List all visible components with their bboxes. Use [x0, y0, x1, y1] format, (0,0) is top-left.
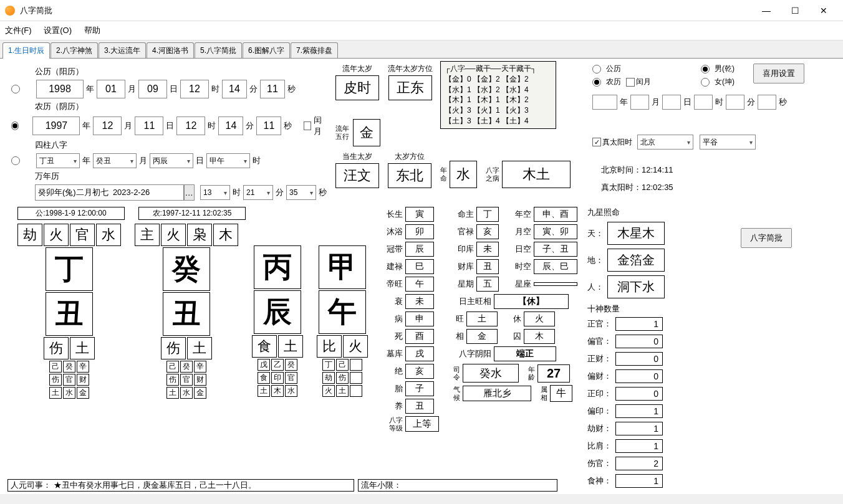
twelve-衰: 未	[405, 294, 434, 309]
ln-taisui-label: 流年太岁	[335, 64, 379, 74]
right-panel: 公历 农历 闰月 男(乾) 女(坤) 喜用设置 年 月 日 时 分 秒 真太阳时…	[592, 64, 804, 248]
radio-lunar[interactable]	[11, 121, 19, 130]
v-nianling: 27	[537, 364, 570, 383]
bazi-dengji: 上等	[405, 416, 439, 432]
tab-5[interactable]: 5.八字简批	[195, 42, 242, 59]
v-caiku: 丑	[476, 259, 499, 274]
ds-fangwei: 东北	[388, 163, 431, 188]
menu-settings[interactable]: 设置(O)	[44, 26, 72, 35]
district-select[interactable]: 平谷	[700, 135, 756, 150]
twelve-建禄: 巳	[405, 259, 434, 274]
twelve-沐浴: 卯	[405, 224, 434, 239]
sel-year-pillar[interactable]: 丁丑	[36, 153, 80, 168]
lbl-m: 月	[128, 83, 136, 95]
menu-file[interactable]: 文件(F)	[5, 26, 32, 35]
sel-day-pillar[interactable]: 丙辰	[150, 153, 193, 168]
solar-min[interactable]	[222, 80, 247, 98]
menubar: 文件(F) 设置(O) 帮助	[0, 21, 843, 40]
twelve-病: 申	[405, 311, 434, 326]
sel-hour-pillar[interactable]: 甲午	[206, 153, 250, 168]
solar-day[interactable]	[138, 80, 167, 98]
maximize-button[interactable]: ☐	[781, 0, 809, 21]
r-year[interactable]	[592, 95, 617, 110]
perp-min[interactable]: 21	[243, 185, 273, 200]
shishen-5: 1	[615, 404, 663, 418]
shishen-8: 2	[615, 457, 663, 470]
solar-hour[interactable]	[180, 80, 209, 98]
twelve-长生: 寅	[405, 207, 434, 222]
v-siling: 癸水	[463, 364, 519, 383]
tab-4[interactable]: 4.河图洛书	[147, 42, 194, 59]
twelve-死: 酉	[405, 329, 434, 344]
true-sun-checkbox[interactable]	[592, 138, 601, 146]
right-leap[interactable]	[626, 78, 635, 87]
twelve-帝旺: 午	[405, 277, 434, 292]
twelve-绝: 亥	[405, 364, 434, 379]
lunar-year[interactable]	[32, 116, 80, 135]
pillar-1: 主火枭木癸丑伤土己癸辛伤官财土水金	[135, 224, 238, 399]
r-hour[interactable]	[694, 95, 713, 110]
r-month[interactable]	[630, 95, 649, 110]
lbl-y: 年	[86, 83, 94, 95]
lunar-day[interactable]	[135, 116, 163, 135]
xiyong-button[interactable]: 喜用设置	[753, 64, 804, 83]
minimize-button[interactable]: —	[752, 0, 781, 21]
shishen-3: 0	[615, 369, 663, 383]
perpetual-picker-button[interactable]: …	[184, 184, 195, 201]
lunar-label: 农历（阴历）	[35, 101, 329, 112]
tab-2[interactable]: 2.八字神煞	[51, 42, 98, 59]
tab-6[interactable]: 6.图解八字	[243, 42, 290, 59]
shishen-2: 0	[615, 352, 663, 366]
perpetual-label: 万年历	[35, 171, 329, 182]
r-min[interactable]	[726, 95, 744, 110]
radio-right-nongli[interactable]	[592, 78, 601, 87]
v-xiang: 金	[466, 329, 498, 344]
radio-female[interactable]	[701, 78, 710, 87]
v-shikong: 辰、巳	[534, 259, 577, 274]
twelve-墓库: 戌	[405, 346, 434, 361]
solar-month[interactable]	[97, 80, 125, 98]
lunar-month[interactable]	[93, 116, 122, 135]
titlebar: 八字简批 — ☐ ✕	[0, 0, 843, 21]
menu-help[interactable]: 帮助	[84, 26, 100, 35]
twelve-胎: 子	[405, 381, 434, 396]
disp-nong: 农:1997-12-11 12:02:35	[138, 207, 246, 220]
perp-sec[interactable]: 35	[286, 185, 316, 200]
tabs: 1.生日时辰 2.八字神煞 3.大运流年 4.河图洛书 5.八字简批 6.图解八…	[0, 42, 843, 58]
sel-month-pillar[interactable]: 癸丑	[93, 153, 137, 168]
bazi-jianpi-button[interactable]: 八字简批	[741, 228, 792, 248]
r-sec[interactable]	[758, 95, 776, 110]
leap-checkbox[interactable]	[304, 121, 311, 130]
solar-label: 公历（阳历）	[35, 66, 329, 77]
v-qiu: 木	[524, 329, 555, 344]
solar-year[interactable]	[36, 80, 84, 98]
tab-1[interactable]: 1.生日时辰	[2, 42, 50, 59]
shishen-0: 1	[615, 317, 663, 331]
radio-pillars[interactable]	[11, 156, 20, 165]
city-select[interactable]: 北京	[637, 135, 693, 150]
solar-sec[interactable]	[260, 80, 285, 98]
radio-male[interactable]	[701, 65, 710, 74]
tab-3[interactable]: 3.大运流年	[99, 42, 146, 59]
lunar-sec[interactable]	[256, 116, 281, 135]
lunar-min[interactable]	[218, 116, 243, 135]
close-button[interactable]: ✕	[809, 0, 838, 21]
radio-solar[interactable]	[11, 85, 20, 93]
lunar-hour[interactable]	[176, 116, 205, 135]
v-yuekong: 寅、卯	[534, 224, 577, 239]
perpetual-text[interactable]	[35, 184, 184, 201]
shishen-4: 0	[615, 387, 663, 401]
ln-taisui: 皮时	[335, 75, 379, 100]
radio-right-gongli[interactable]	[592, 65, 601, 74]
v-mingzhu: 丁	[476, 207, 499, 222]
v-xiu: 火	[524, 311, 555, 326]
ln-wuxing: 金	[353, 119, 380, 146]
window-title: 八字简批	[20, 5, 752, 16]
v-yinku: 未	[476, 242, 499, 257]
perp-hour[interactable]: 13	[200, 185, 230, 200]
tab-7[interactable]: 7.紫薇排盘	[291, 42, 338, 59]
r-day[interactable]	[662, 95, 681, 110]
ds-taisui: 汪文	[335, 163, 379, 188]
pillar-3: 甲午比火丁己劫伤火土	[317, 224, 368, 399]
v-xingqi: 五	[476, 277, 499, 292]
